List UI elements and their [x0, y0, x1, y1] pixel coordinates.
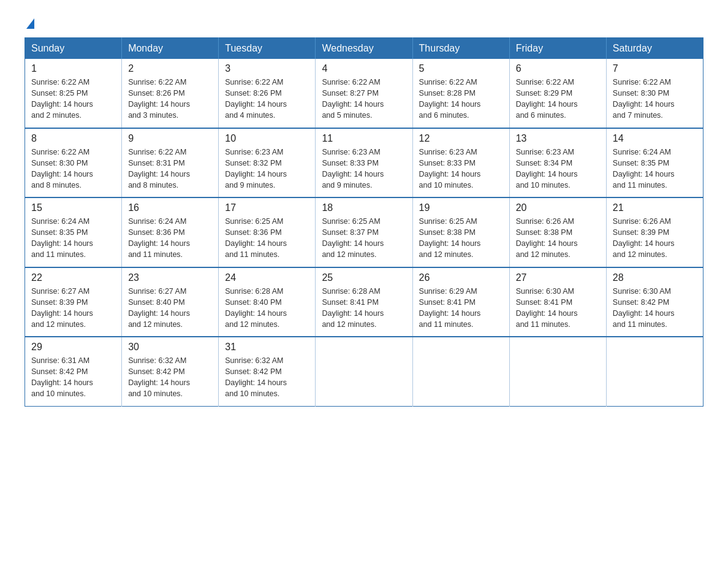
- day-cell-19: 19Sunrise: 6:25 AMSunset: 8:38 PMDayligh…: [412, 197, 509, 267]
- day-info: Sunrise: 6:22 AMSunset: 8:26 PMDaylight:…: [128, 77, 212, 121]
- day-number: 23: [128, 272, 212, 283]
- week-row-5: 29Sunrise: 6:31 AMSunset: 8:42 PMDayligh…: [25, 337, 703, 406]
- day-cell-28: 28Sunrise: 6:30 AMSunset: 8:42 PMDayligh…: [606, 267, 703, 337]
- day-cell-16: 16Sunrise: 6:24 AMSunset: 8:36 PMDayligh…: [122, 197, 219, 267]
- day-number: 22: [31, 272, 115, 283]
- day-info: Sunrise: 6:22 AMSunset: 8:31 PMDaylight:…: [128, 147, 212, 191]
- day-number: 10: [225, 133, 309, 144]
- day-info: Sunrise: 6:23 AMSunset: 8:33 PMDaylight:…: [419, 147, 503, 191]
- day-info: Sunrise: 6:32 AMSunset: 8:42 PMDaylight:…: [128, 355, 212, 400]
- day-cell-18: 18Sunrise: 6:25 AMSunset: 8:37 PMDayligh…: [316, 197, 412, 267]
- header-tuesday: Tuesday: [219, 38, 316, 59]
- day-info: Sunrise: 6:30 AMSunset: 8:42 PMDaylight:…: [613, 286, 697, 331]
- day-cell-4: 4Sunrise: 6:22 AMSunset: 8:27 PMDaylight…: [316, 59, 412, 128]
- day-cell-6: 6Sunrise: 6:22 AMSunset: 8:29 PMDaylight…: [509, 59, 606, 128]
- day-cell-27: 27Sunrise: 6:30 AMSunset: 8:41 PMDayligh…: [509, 267, 606, 337]
- header-sunday: Sunday: [25, 38, 122, 59]
- day-number: 13: [516, 133, 600, 144]
- day-info: Sunrise: 6:24 AMSunset: 8:35 PMDaylight:…: [613, 147, 697, 191]
- day-cell-24: 24Sunrise: 6:28 AMSunset: 8:40 PMDayligh…: [219, 267, 316, 337]
- day-number: 25: [322, 272, 406, 283]
- day-cell-5: 5Sunrise: 6:22 AMSunset: 8:28 PMDaylight…: [412, 59, 509, 128]
- day-info: Sunrise: 6:28 AMSunset: 8:40 PMDaylight:…: [225, 286, 309, 331]
- header-wednesday: Wednesday: [316, 38, 412, 59]
- header-friday: Friday: [509, 38, 606, 59]
- day-info: Sunrise: 6:29 AMSunset: 8:41 PMDaylight:…: [419, 286, 503, 331]
- day-cell-31: 31Sunrise: 6:32 AMSunset: 8:42 PMDayligh…: [219, 337, 316, 406]
- logo: [25, 18, 34, 29]
- header-monday: Monday: [122, 38, 219, 59]
- day-info: Sunrise: 6:22 AMSunset: 8:29 PMDaylight:…: [516, 77, 600, 121]
- day-cell-26: 26Sunrise: 6:29 AMSunset: 8:41 PMDayligh…: [412, 267, 509, 337]
- page-header: [25, 18, 703, 29]
- day-info: Sunrise: 6:23 AMSunset: 8:34 PMDaylight:…: [516, 147, 600, 191]
- day-number: 27: [516, 272, 600, 283]
- day-number: 21: [613, 202, 697, 213]
- day-number: 16: [128, 202, 212, 213]
- empty-cell: [412, 337, 509, 406]
- day-cell-12: 12Sunrise: 6:23 AMSunset: 8:33 PMDayligh…: [412, 128, 509, 198]
- day-info: Sunrise: 6:25 AMSunset: 8:37 PMDaylight:…: [322, 216, 406, 261]
- day-cell-15: 15Sunrise: 6:24 AMSunset: 8:35 PMDayligh…: [25, 197, 122, 267]
- day-info: Sunrise: 6:24 AMSunset: 8:36 PMDaylight:…: [128, 216, 212, 261]
- day-number: 30: [128, 342, 212, 353]
- day-cell-25: 25Sunrise: 6:28 AMSunset: 8:41 PMDayligh…: [316, 267, 412, 337]
- day-info: Sunrise: 6:25 AMSunset: 8:36 PMDaylight:…: [225, 216, 309, 261]
- day-number: 12: [419, 133, 503, 144]
- day-number: 24: [225, 272, 309, 283]
- week-row-4: 22Sunrise: 6:27 AMSunset: 8:39 PMDayligh…: [25, 267, 703, 337]
- day-cell-23: 23Sunrise: 6:27 AMSunset: 8:40 PMDayligh…: [122, 267, 219, 337]
- day-info: Sunrise: 6:31 AMSunset: 8:42 PMDaylight:…: [31, 355, 115, 400]
- day-cell-14: 14Sunrise: 6:24 AMSunset: 8:35 PMDayligh…: [606, 128, 703, 198]
- day-number: 31: [225, 342, 309, 353]
- day-cell-22: 22Sunrise: 6:27 AMSunset: 8:39 PMDayligh…: [25, 267, 122, 337]
- day-cell-8: 8Sunrise: 6:22 AMSunset: 8:30 PMDaylight…: [25, 128, 122, 198]
- day-info: Sunrise: 6:22 AMSunset: 8:25 PMDaylight:…: [31, 77, 115, 121]
- day-info: Sunrise: 6:24 AMSunset: 8:35 PMDaylight:…: [31, 216, 115, 261]
- day-info: Sunrise: 6:27 AMSunset: 8:39 PMDaylight:…: [31, 286, 115, 331]
- day-info: Sunrise: 6:25 AMSunset: 8:38 PMDaylight:…: [419, 216, 503, 261]
- empty-cell: [606, 337, 703, 406]
- day-info: Sunrise: 6:23 AMSunset: 8:32 PMDaylight:…: [225, 147, 309, 191]
- day-number: 29: [31, 342, 115, 353]
- day-info: Sunrise: 6:22 AMSunset: 8:28 PMDaylight:…: [419, 77, 503, 121]
- day-cell-9: 9Sunrise: 6:22 AMSunset: 8:31 PMDaylight…: [122, 128, 219, 198]
- day-info: Sunrise: 6:32 AMSunset: 8:42 PMDaylight:…: [225, 355, 309, 400]
- week-row-2: 8Sunrise: 6:22 AMSunset: 8:30 PMDaylight…: [25, 128, 703, 198]
- day-number: 9: [128, 133, 212, 144]
- day-info: Sunrise: 6:30 AMSunset: 8:41 PMDaylight:…: [516, 286, 600, 331]
- day-info: Sunrise: 6:28 AMSunset: 8:41 PMDaylight:…: [322, 286, 406, 331]
- day-number: 20: [516, 202, 600, 213]
- header-thursday: Thursday: [412, 38, 509, 59]
- day-number: 2: [128, 63, 212, 74]
- day-number: 11: [322, 133, 406, 144]
- day-number: 5: [419, 63, 503, 74]
- day-number: 6: [516, 63, 600, 74]
- day-cell-21: 21Sunrise: 6:26 AMSunset: 8:39 PMDayligh…: [606, 197, 703, 267]
- day-number: 18: [322, 202, 406, 213]
- day-number: 3: [225, 63, 309, 74]
- day-number: 14: [613, 133, 697, 144]
- day-number: 26: [419, 272, 503, 283]
- day-cell-7: 7Sunrise: 6:22 AMSunset: 8:30 PMDaylight…: [606, 59, 703, 128]
- calendar-table: SundayMondayTuesdayWednesdayThursdayFrid…: [25, 37, 703, 407]
- day-info: Sunrise: 6:26 AMSunset: 8:38 PMDaylight:…: [516, 216, 600, 261]
- day-number: 28: [613, 272, 697, 283]
- day-cell-30: 30Sunrise: 6:32 AMSunset: 8:42 PMDayligh…: [122, 337, 219, 406]
- day-number: 19: [419, 202, 503, 213]
- calendar-header-row: SundayMondayTuesdayWednesdayThursdayFrid…: [25, 38, 703, 59]
- day-info: Sunrise: 6:22 AMSunset: 8:30 PMDaylight:…: [613, 77, 697, 121]
- week-row-1: 1Sunrise: 6:22 AMSunset: 8:25 PMDaylight…: [25, 59, 703, 128]
- day-cell-1: 1Sunrise: 6:22 AMSunset: 8:25 PMDaylight…: [25, 59, 122, 128]
- day-cell-2: 2Sunrise: 6:22 AMSunset: 8:26 PMDaylight…: [122, 59, 219, 128]
- day-info: Sunrise: 6:27 AMSunset: 8:40 PMDaylight:…: [128, 286, 212, 331]
- day-cell-13: 13Sunrise: 6:23 AMSunset: 8:34 PMDayligh…: [509, 128, 606, 198]
- day-info: Sunrise: 6:23 AMSunset: 8:33 PMDaylight:…: [322, 147, 406, 191]
- day-number: 8: [31, 133, 115, 144]
- day-cell-3: 3Sunrise: 6:22 AMSunset: 8:26 PMDaylight…: [219, 59, 316, 128]
- empty-cell: [509, 337, 606, 406]
- day-info: Sunrise: 6:22 AMSunset: 8:30 PMDaylight:…: [31, 147, 115, 191]
- day-info: Sunrise: 6:22 AMSunset: 8:26 PMDaylight:…: [225, 77, 309, 121]
- day-cell-10: 10Sunrise: 6:23 AMSunset: 8:32 PMDayligh…: [219, 128, 316, 198]
- day-info: Sunrise: 6:22 AMSunset: 8:27 PMDaylight:…: [322, 77, 406, 121]
